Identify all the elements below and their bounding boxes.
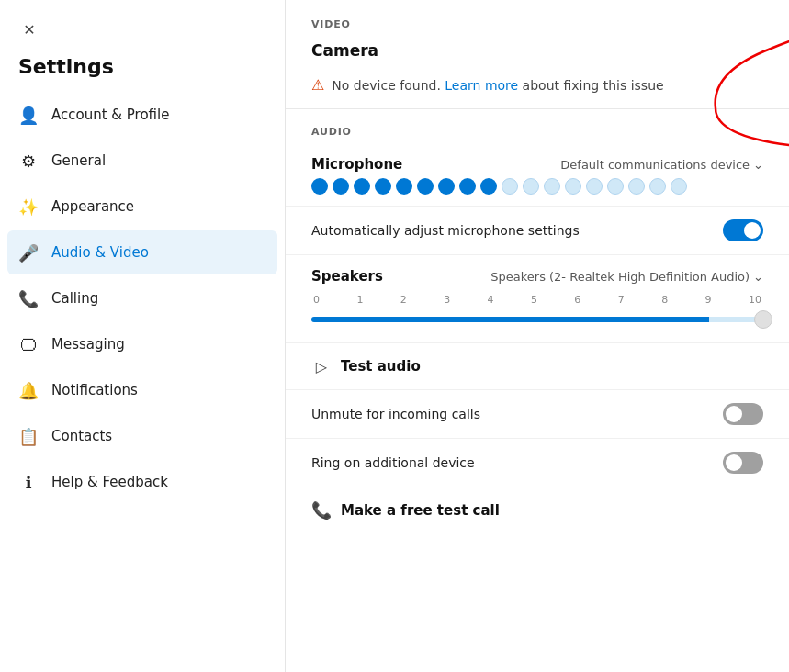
mic-dot xyxy=(438,178,455,195)
unmute-row: Unmute for incoming calls xyxy=(286,390,789,439)
mic-dot xyxy=(565,178,581,195)
main-content-wrapper: VIDEO Camera ⚠ No device found. Learn mo… xyxy=(286,0,789,672)
slider-track xyxy=(311,317,763,322)
mic-dot xyxy=(417,178,434,195)
speakers-title: Speakers xyxy=(311,268,383,285)
mic-dot xyxy=(333,178,349,195)
microphone-dropdown[interactable]: Default communications device ⌄ xyxy=(560,158,763,172)
sidebar-item-audio-video[interactable]: 🎤Audio & Video xyxy=(7,230,277,274)
chevron-down-icon: ⌄ xyxy=(753,158,763,172)
sidebar-item-label-audio-video: Audio & Video xyxy=(51,244,149,261)
close-button[interactable]: ✕ xyxy=(15,15,44,44)
audio-video-icon: 🎤 xyxy=(18,242,39,263)
toggle-thumb xyxy=(726,406,742,422)
auto-adjust-row: Automatically adjust microphone settings xyxy=(286,207,789,255)
sidebar-item-label-notifications: Notifications xyxy=(51,382,138,398)
speakers-row: Speakers Speakers (2- Realtek High Defin… xyxy=(286,255,789,343)
sidebar-item-label-help: Help & Feedback xyxy=(51,474,168,490)
mic-dot xyxy=(607,178,624,195)
speakers-header: Speakers Speakers (2- Realtek High Defin… xyxy=(311,268,763,285)
camera-title: Camera xyxy=(286,38,789,69)
warning-icon: ⚠ xyxy=(311,76,324,94)
ring-toggle[interactable] xyxy=(723,452,763,474)
unmute-toggle[interactable] xyxy=(723,403,763,425)
volume-tick: 9 xyxy=(705,294,712,306)
slider-fill xyxy=(311,317,709,322)
free-call-row[interactable]: 📞 Make a free test call xyxy=(286,487,789,532)
volume-slider[interactable] xyxy=(311,309,763,330)
free-call-label: Make a free test call xyxy=(341,502,500,519)
chevron-down-icon: ⌄ xyxy=(753,270,763,284)
messaging-icon: 🖵 xyxy=(18,334,39,354)
sidebar-nav: 👤Account & Profile⚙General✨Appearance🎤Au… xyxy=(0,93,285,504)
phone-icon: 📞 xyxy=(311,500,332,520)
mic-dot xyxy=(544,178,560,195)
volume-scale: 012345678910 xyxy=(311,294,763,306)
sidebar-item-label-appearance: Appearance xyxy=(51,198,134,215)
mic-dot xyxy=(628,178,645,195)
volume-tick: 2 xyxy=(400,294,407,306)
camera-warning-text: No device found. Learn more about fixing… xyxy=(332,78,663,93)
account-icon: 👤 xyxy=(18,105,39,125)
ring-label: Ring on additional device xyxy=(311,455,475,470)
audio-section-label: AUDIO xyxy=(286,109,789,145)
unmute-label: Unmute for incoming calls xyxy=(311,407,480,421)
mic-dot xyxy=(649,178,666,195)
help-icon: ℹ xyxy=(18,472,39,492)
auto-adjust-toggle[interactable] xyxy=(723,219,763,241)
ring-row: Ring on additional device xyxy=(286,439,789,487)
auto-adjust-label: Automatically adjust microphone settings xyxy=(311,223,580,238)
sidebar-item-label-messaging: Messaging xyxy=(51,336,125,353)
slider-thumb[interactable] xyxy=(754,310,772,329)
volume-tick: 1 xyxy=(356,294,363,306)
test-audio-label: Test audio xyxy=(341,358,421,375)
volume-tick: 3 xyxy=(444,294,450,306)
sidebar-item-label-account: Account & Profile xyxy=(51,106,169,123)
mic-dot xyxy=(396,178,412,195)
sidebar: ✕ Settings 👤Account & Profile⚙General✨Ap… xyxy=(0,0,286,672)
camera-warning-row: ⚠ No device found. Learn more about fixi… xyxy=(286,69,789,109)
sidebar-item-contacts[interactable]: 📋Contacts xyxy=(7,414,277,458)
volume-tick: 8 xyxy=(661,294,668,306)
volume-tick: 4 xyxy=(488,294,494,306)
settings-title: Settings xyxy=(0,51,285,93)
mic-dot xyxy=(523,178,539,195)
contacts-icon: 📋 xyxy=(18,426,39,446)
microphone-title: Microphone xyxy=(311,156,402,173)
sidebar-item-label-general: General xyxy=(51,152,106,169)
sidebar-item-label-contacts: Contacts xyxy=(51,428,112,444)
mic-dot xyxy=(311,178,328,195)
sidebar-item-account[interactable]: 👤Account & Profile xyxy=(7,93,277,137)
sidebar-item-help[interactable]: ℹHelp & Feedback xyxy=(7,460,277,504)
volume-tick: 0 xyxy=(313,294,320,306)
notifications-icon: 🔔 xyxy=(18,380,39,400)
mic-dot xyxy=(375,178,391,195)
mic-dot xyxy=(459,178,476,195)
mic-dot xyxy=(354,178,370,195)
appearance-icon: ✨ xyxy=(18,196,39,217)
sidebar-item-appearance[interactable]: ✨Appearance xyxy=(7,185,277,229)
mic-level-indicator xyxy=(311,178,763,195)
sidebar-item-messaging[interactable]: 🖵Messaging xyxy=(7,322,277,366)
main-scroll: VIDEO Camera ⚠ No device found. Learn mo… xyxy=(286,0,789,532)
volume-tick: 6 xyxy=(574,294,580,306)
toggle-thumb xyxy=(726,454,742,471)
volume-tick: 7 xyxy=(618,294,625,306)
sidebar-item-calling[interactable]: 📞Calling xyxy=(7,276,277,320)
calling-icon: 📞 xyxy=(18,288,39,308)
sidebar-item-label-calling: Calling xyxy=(51,290,98,307)
test-audio-row[interactable]: ▷ Test audio xyxy=(286,343,789,390)
play-icon: ▷ xyxy=(311,356,332,376)
mic-dot xyxy=(671,178,687,195)
speakers-dropdown[interactable]: Speakers (2- Realtek High Definition Aud… xyxy=(490,270,763,284)
mic-dot xyxy=(502,178,518,195)
video-section-label: VIDEO xyxy=(286,0,789,38)
mic-dot xyxy=(586,178,603,195)
microphone-row: Microphone Default communications device… xyxy=(286,145,789,207)
volume-tick: 10 xyxy=(749,294,761,306)
mic-dot xyxy=(480,178,497,195)
toggle-thumb xyxy=(744,222,761,239)
sidebar-item-notifications[interactable]: 🔔Notifications xyxy=(7,368,277,412)
sidebar-item-general[interactable]: ⚙General xyxy=(7,139,277,183)
learn-more-link[interactable]: Learn more xyxy=(445,78,518,93)
